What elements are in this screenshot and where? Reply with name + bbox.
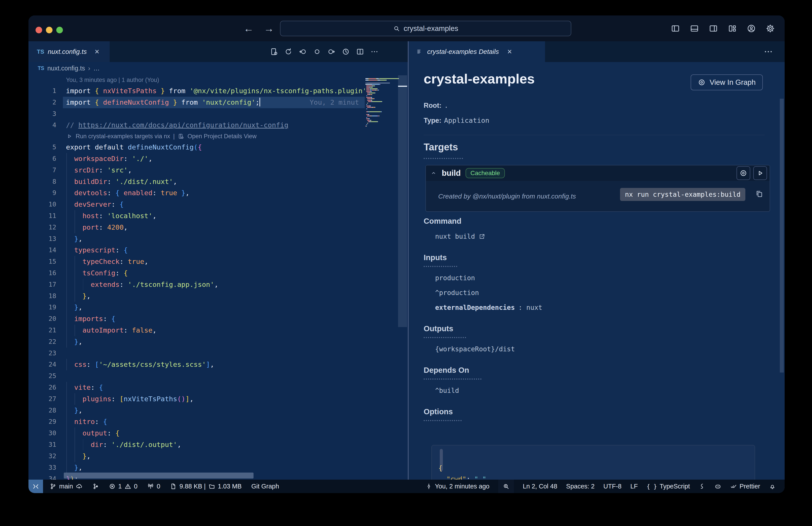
close-tab-icon[interactable]: ×: [95, 47, 99, 56]
code-line-13[interactable]: },: [63, 233, 365, 245]
code-line-25[interactable]: [63, 370, 365, 382]
tab-project-details[interactable]: crystal-examples Details ×: [409, 41, 545, 62]
breadcrumb[interactable]: TS nuxt.config.ts › …: [28, 62, 408, 75]
code-line-20[interactable]: imports: {: [63, 313, 365, 325]
codelens-run-link[interactable]: Run crystal-examples targets via nx: [76, 131, 170, 142]
layout-icon[interactable]: [728, 24, 737, 33]
close-tab-icon[interactable]: ×: [507, 47, 512, 56]
code-line-10[interactable]: devServer: {: [63, 199, 365, 210]
status-item-typescript[interactable]: { }TypeScript: [647, 480, 690, 493]
view-in-graph-button[interactable]: View In Graph: [691, 74, 763, 90]
external-link-icon[interactable]: [479, 233, 485, 240]
code-line-17[interactable]: extends: './tsconfig.app.json',: [63, 279, 365, 290]
code-line-18[interactable]: },: [63, 290, 365, 302]
status-item-gitlens-icon[interactable]: [699, 480, 706, 493]
code-line-4[interactable]: // https://nuxt.com/docs/api/configurati…: [63, 119, 365, 131]
refresh-icon[interactable]: [284, 47, 293, 56]
code-line-11[interactable]: host: 'localhost',: [63, 210, 365, 222]
open-changes-icon[interactable]: [270, 47, 278, 56]
navigate-forward-icon[interactable]: →: [264, 23, 274, 34]
code-line-9[interactable]: devtools: { enabled: true },: [63, 187, 365, 199]
code-line-19[interactable]: },: [63, 302, 365, 313]
gear-icon[interactable]: [766, 24, 775, 33]
more-actions-icon[interactable]: [764, 41, 773, 62]
remote-indicator[interactable]: [28, 480, 43, 493]
editor-horizontal-scrollbar[interactable]: [64, 472, 253, 479]
code-line-28[interactable]: },: [63, 405, 365, 416]
circle-icon[interactable]: [313, 47, 321, 56]
editor-code-area[interactable]: You, 3 minutes ago | 1 author (You)impor…: [63, 75, 365, 480]
codelens-row[interactable]: Run crystal-examples targets via nx|Open…: [63, 131, 365, 142]
status-item-zoom-in-icon[interactable]: [498, 480, 514, 493]
nav-forward-circle-icon[interactable]: [327, 47, 336, 56]
timer-icon[interactable]: [342, 47, 350, 56]
minimize-window-button[interactable]: [46, 27, 53, 33]
panel-scrollbar[interactable]: [780, 99, 784, 372]
status-item-ln-2-col-48[interactable]: Ln 2, Col 48: [523, 480, 557, 493]
minimap[interactable]: [365, 78, 397, 127]
close-window-button[interactable]: [35, 27, 42, 33]
code-line-30[interactable]: output: {: [63, 427, 365, 439]
status-item-you-2-minutes-ago[interactable]: You, 2 minutes ago: [425, 480, 489, 493]
status-item-scm-graph-icon[interactable]: [92, 480, 99, 493]
status-item-spaces-2[interactable]: Spaces: 2: [566, 480, 595, 493]
target-build-header[interactable]: build Cacheable: [426, 166, 770, 181]
code-line-21[interactable]: autoImport: false,: [63, 325, 365, 336]
run-command-chip[interactable]: nx run crystal-examples:build: [620, 188, 745, 201]
section-item[interactable]: nuxt build: [424, 232, 759, 240]
code-line-32[interactable]: },: [63, 451, 365, 462]
code-line-7[interactable]: srcDir: 'src',: [63, 165, 365, 176]
chevron-up-icon[interactable]: [430, 170, 437, 176]
status-item-utf-8[interactable]: UTF-8: [604, 480, 622, 493]
more-icon[interactable]: [370, 47, 379, 56]
code-line-5[interactable]: export default defineNuxtConfig({: [63, 142, 365, 153]
zoom-window-button[interactable]: [56, 27, 63, 33]
code-line-27[interactable]: plugins: [nxViteTsPaths()],: [63, 393, 365, 405]
code-line-14[interactable]: typescript: {: [63, 244, 365, 256]
code-line-6[interactable]: workspaceDir: './',: [63, 153, 365, 165]
code-line-22[interactable]: },: [63, 336, 365, 347]
navigate-back-icon[interactable]: ←: [244, 23, 254, 34]
code-line-3[interactable]: [63, 108, 365, 120]
tab-nuxt-config[interactable]: TS nuxt.config.ts ×: [28, 41, 110, 62]
status-item-git-graph[interactable]: Git Graph: [251, 480, 279, 493]
panel-left-icon[interactable]: [671, 24, 680, 33]
editor-vertical-scrollbar[interactable]: [398, 75, 407, 327]
code-line-24[interactable]: css: ['~/assets/css/styles.scss'],: [63, 359, 365, 370]
status-item-1[interactable]: 10: [109, 480, 137, 493]
status-item-0[interactable]: 0: [147, 480, 160, 493]
status-item-main[interactable]: main: [50, 480, 83, 493]
panel-bottom-icon[interactable]: [690, 24, 699, 33]
code-line-16[interactable]: tsConfig: {: [63, 267, 365, 279]
codelens-open-details-link[interactable]: Open Project Details View: [188, 131, 257, 142]
code-line-8[interactable]: buildDir: './dist/.nuxt',: [63, 176, 365, 187]
breadcrumb-symbol[interactable]: …: [93, 65, 100, 72]
indent-guide: [67, 451, 67, 462]
code-editor[interactable]: TS nuxt.config.ts › … 123456789101112131…: [28, 62, 408, 480]
status-item-copilot-icon[interactable]: [714, 480, 721, 493]
project-details-icon[interactable]: [178, 133, 185, 140]
split-editor-icon[interactable]: [356, 47, 364, 56]
code-line-1[interactable]: import { nxViteTsPaths } from '@nx/vite/…: [63, 85, 365, 97]
code-line-2[interactable]: import { defineNuxtConfig } from 'nuxt/c…: [63, 97, 365, 108]
code-line-12[interactable]: port: 4200,: [63, 222, 365, 233]
status-item-lf[interactable]: LF: [630, 480, 638, 493]
breadcrumb-file[interactable]: nuxt.config.ts: [47, 65, 85, 72]
code-line-26[interactable]: vite: {: [63, 382, 365, 393]
view-target-in-graph-button[interactable]: [737, 166, 750, 180]
code-line-29[interactable]: nitro: {: [63, 416, 365, 427]
copy-icon[interactable]: [755, 190, 764, 199]
code-line-31[interactable]: dir: './dist/.output',: [63, 439, 365, 451]
status-item-prettier[interactable]: Prettier: [730, 480, 760, 493]
code-line-33[interactable]: },: [63, 462, 365, 473]
account-icon[interactable]: [747, 24, 756, 33]
status-item-bell-icon[interactable]: [769, 480, 776, 493]
panel-right-icon[interactable]: [709, 24, 718, 33]
nav-back-circle-icon[interactable]: [299, 47, 307, 56]
code-line-23[interactable]: [63, 347, 365, 359]
command-center-search[interactable]: crystal-examples: [280, 21, 571, 36]
code-line-15[interactable]: typeCheck: true,: [63, 256, 365, 267]
status-item-9-88-kb-[interactable]: 9.88 KB |1.03 MB: [170, 480, 242, 493]
run-target-button[interactable]: [753, 166, 767, 180]
play-icon[interactable]: [66, 133, 73, 140]
